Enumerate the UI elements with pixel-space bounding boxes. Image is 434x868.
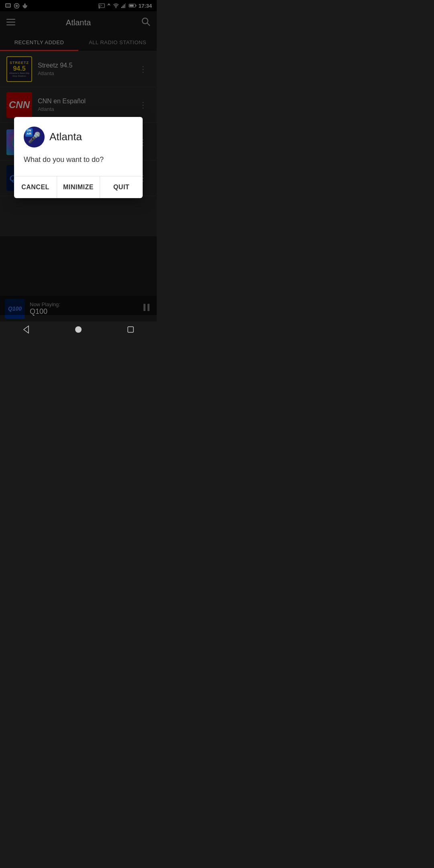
svg-rect-25 [128, 327, 133, 332]
dialog-header: ONAIR 🎤 Atlanta [24, 127, 133, 147]
home-button[interactable] [65, 322, 92, 339]
dialog-app-name: Atlanta [49, 131, 82, 143]
action-dialog: ONAIR 🎤 Atlanta What do you want to do? … [14, 117, 143, 198]
dialog-overlay: ONAIR 🎤 Atlanta What do you want to do? … [0, 0, 157, 315]
cancel-button[interactable]: CANCEL [14, 176, 57, 198]
minimize-button[interactable]: MINIMIZE [57, 176, 100, 198]
navigation-bar [0, 321, 157, 339]
dialog-message: What do you want to do? [24, 155, 133, 165]
dialog-app-logo: ONAIR 🎤 [24, 127, 45, 147]
recent-apps-button[interactable] [117, 323, 144, 338]
on-air-badge: ONAIR [25, 128, 33, 137]
svg-point-24 [75, 326, 82, 333]
svg-marker-23 [24, 326, 29, 333]
back-button[interactable] [13, 322, 39, 339]
dialog-button-row: CANCEL MINIMIZE QUIT [14, 176, 143, 198]
quit-button[interactable]: QUIT [100, 176, 143, 198]
